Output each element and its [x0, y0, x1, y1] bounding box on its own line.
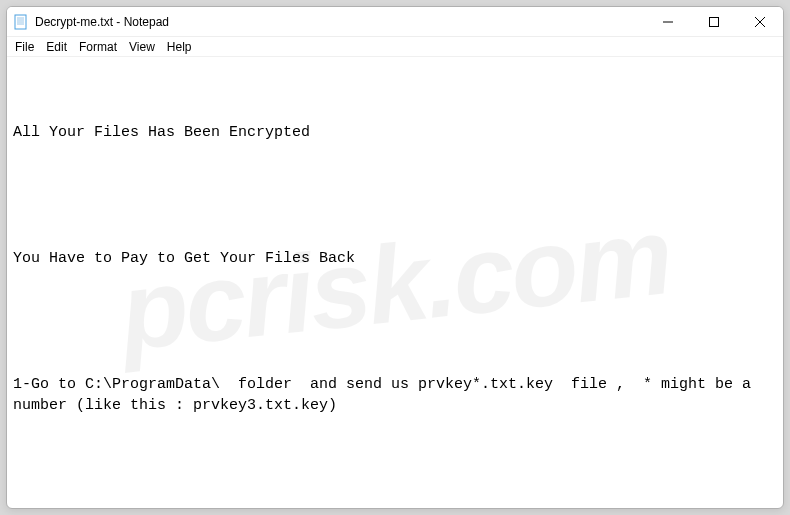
notepad-icon	[13, 14, 29, 30]
menu-format[interactable]: Format	[73, 39, 123, 55]
menu-file[interactable]: File	[9, 39, 40, 55]
svg-rect-6	[710, 18, 719, 27]
text-line	[13, 185, 777, 206]
menu-view[interactable]: View	[123, 39, 161, 55]
text-line: All Your Files Has Been Encrypted	[13, 122, 777, 143]
titlebar: Decrypt-me.txt - Notepad	[7, 7, 783, 37]
text-line: You Have to Pay to Get Your Files Back	[13, 248, 777, 269]
menu-help[interactable]: Help	[161, 39, 198, 55]
text-area[interactable]: pcrisk.com All Your Files Has Been Encry…	[7, 57, 783, 508]
text-line	[13, 458, 777, 479]
text-line: 1-Go to C:\ProgramData\ folder and send …	[13, 374, 777, 416]
notepad-window: Decrypt-me.txt - Notepad File Edit Forma…	[6, 6, 784, 509]
minimize-button[interactable]	[645, 7, 691, 37]
maximize-button[interactable]	[691, 7, 737, 37]
close-button[interactable]	[737, 7, 783, 37]
menubar: File Edit Format View Help	[7, 37, 783, 57]
menu-edit[interactable]: Edit	[40, 39, 73, 55]
window-title: Decrypt-me.txt - Notepad	[35, 15, 645, 29]
text-line	[13, 311, 777, 332]
window-controls	[645, 7, 783, 36]
